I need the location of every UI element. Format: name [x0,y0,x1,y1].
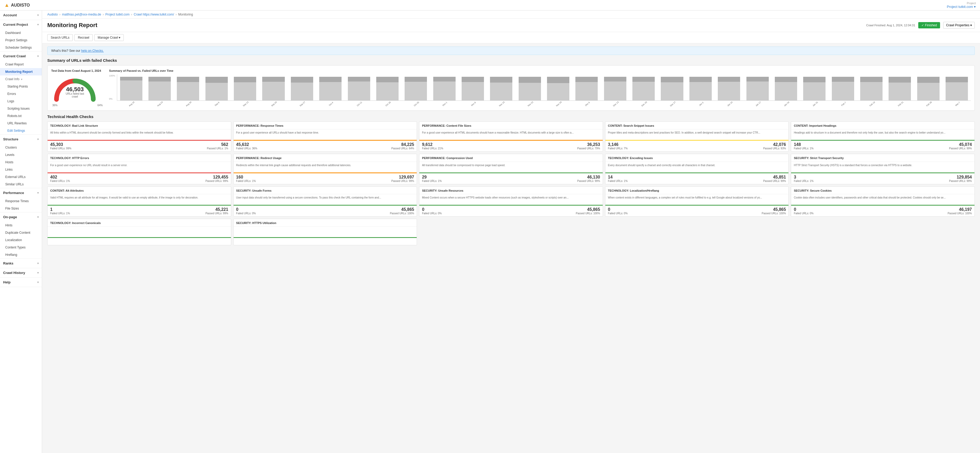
health-card-footer: 1 Failed URLs: 1% 45,221 Passed URLs: 99… [48,205,231,216]
sidebar-performance-header[interactable]: Performance ▾ [0,188,42,198]
health-card-title: SECURITY: Unsafe Resources [422,189,600,193]
health-stat-label-right: Passed URLs: 100% [762,212,786,215]
health-card[interactable]: CONTENT: Important Headings Headings add… [791,121,975,152]
sidebar-item-scheduler[interactable]: Scheduler Settings [0,44,42,51]
health-stat-left: 0 Failed URLs: 0% [236,207,256,215]
sidebar-item-scripting[interactable]: Scripting Issues [0,105,42,112]
search-urls-button[interactable]: Search URLs [47,34,73,41]
health-stat-num-right: 45,851 [763,175,786,180]
health-stat-right: 562 Passed URLs: 1% [207,142,228,150]
health-stat-label-left: Failed URLs: 1% [794,180,813,182]
sidebar-crawl-info-header[interactable]: Crawl Info ▾ [0,75,42,83]
health-card[interactable]: SECURITY: Secure Cookies Cookie data oft… [791,187,975,217]
chevron-icon: ▾ [37,55,39,57]
health-card-body: User input data should only be transferr… [234,194,417,205]
sidebar-item-project-settings[interactable]: Project Settings [0,37,42,44]
layout: Account ▾ Current Project ▾ Dashboard Pr… [0,11,980,453]
health-card[interactable]: PERFORMANCE: Content File Sizes For a go… [419,121,603,152]
health-stat-num-left: 14 [608,175,628,180]
bar-failed [490,77,512,83]
breadcrumb-sep: › [59,13,60,16]
health-card[interactable]: CONTENT: Search Snippet Issues Proper ti… [605,121,789,152]
health-card[interactable]: CONTENT: Alt Attributes Valid HTML requi… [47,187,231,217]
sidebar-account-header[interactable]: Account ▾ [0,11,42,20]
health-card[interactable]: PERFORMANCE: Redirect Usage Redirects wi… [233,154,417,184]
health-card[interactable]: PERFORMANCE: Response Times For a good u… [233,121,417,152]
health-card-footer: 3,146 Failed URLs: 7% 42,076 Passed URLs… [605,140,789,152]
sidebar-item-file-sizes[interactable]: File Sizes [0,205,42,212]
sidebar-item-hreflang[interactable]: Hreflang [0,251,42,258]
sidebar-item-content-types[interactable]: Content Types [0,244,42,251]
health-card-header: PERFORMANCE: Response Times [234,122,417,129]
health-card-title: TECHNOLOGY: Localization/Hreflang [608,189,786,193]
health-card-title: SECURITY: Unsafe Forms [236,189,414,193]
sidebar-item-logs[interactable]: Logs [0,97,42,105]
sidebar-item-edit-settings[interactable]: Edit Settings [0,127,42,134]
breadcrumb-project[interactable]: Project tutkit.com [105,13,129,16]
sidebar-item-links[interactable]: Links [0,166,42,173]
sidebar-item-similar-urls[interactable]: Similar URLs [0,180,42,188]
sidebar-item-external-urls[interactable]: External URLs [0,173,42,180]
health-card[interactable]: SECURITY: HTTPS Utilization [233,219,417,245]
health-stat-right: 45,221 Passed URLs: 99% [205,207,228,215]
health-stat-num-right: 36,253 [577,142,600,147]
health-card[interactable]: TECHNOLOGY: Incorrect Canonicals [47,219,231,245]
health-card-header: SECURITY: Unsafe Resources [419,187,603,194]
health-card-header: SECURITY: Unsafe Forms [234,187,417,194]
bar-failed [746,77,769,81]
health-card[interactable]: TECHNOLOGY: Encoding Issues Every docume… [605,154,789,184]
sidebar-structure-header[interactable]: Structure ▾ [0,135,42,144]
health-stat-right: 46,197 Passed URLs: 100% [948,207,972,215]
sidebar-help-header[interactable]: Help ▾ [0,278,42,287]
breadcrumb-user[interactable]: matthias.pet@xxx-media.de [62,13,101,16]
project-name[interactable]: Project tutkit.com [947,5,976,9]
health-stat-label-left: Failed URLs: 1% [794,147,813,150]
sidebar-performance-label: Performance [3,191,24,195]
health-card[interactable]: TECHNOLOGY: HTTP Errors For a good user … [47,154,231,184]
sidebar-history-header[interactable]: Crawl History ▾ [0,268,42,278]
health-card[interactable]: SECURITY: Unsafe Resources Mixed Content… [419,187,603,217]
info-bar-link[interactable]: help on Checks. [81,49,104,53]
sidebar-item-errors[interactable]: Errors [0,90,42,97]
breadcrumb: Audisto › matthias.pet@xxx-media.de › Pr… [42,11,980,19]
breadcrumb-crawl[interactable]: Crawl https://www.tutkit.com/ [134,13,174,16]
health-stat-label-left: Failed URLs: 99% [50,147,72,150]
project-selector[interactable]: Project Project tutkit.com [947,2,976,9]
sidebar-item-response-times[interactable]: Response Times [0,198,42,205]
health-stat-label-left: Failed URLs: 1% [50,180,70,182]
health-card[interactable]: SECURITY: Strict Transport Security HTTP… [791,154,975,184]
chevron-icon: ▾ [37,215,39,219]
sidebar-item-hints[interactable]: Hints [0,222,42,229]
sidebar-item-dashboard[interactable]: Dashboard [0,29,42,37]
sidebar-item-hosts[interactable]: Hosts [0,158,42,166]
sidebar-item-levels[interactable]: Levels [0,151,42,158]
finished-button[interactable]: ✓ Finished [918,22,940,29]
sidebar-item-crawl-report[interactable]: Crawl Report [0,61,42,68]
sidebar-crawl-header[interactable]: Current Crawl ▾ [0,51,42,61]
health-card-body: HTTP Strict Transport Security (HSTS) is… [791,162,974,172]
sidebar-item-localization[interactable]: Localization [0,236,42,244]
health-card[interactable]: TECHNOLOGY: Bad Link Structure All links… [47,121,231,152]
sidebar-item-url-rewrites[interactable]: URL Rewrites [0,120,42,127]
crawl-properties-button[interactable]: Crawl Properties [943,22,975,29]
sidebar-item-starting-points[interactable]: Starting Points [0,83,42,90]
health-stat-num-left: 3 [794,175,813,180]
health-card[interactable]: TECHNOLOGY: Localization/Hreflang When c… [605,187,789,217]
sidebar-item-duplicate[interactable]: Duplicate Content [0,229,42,236]
health-stat-num-right: 45,865 [576,207,600,212]
manage-crawl-button[interactable]: Manage Crawl [94,34,124,41]
sidebar-item-clusters[interactable]: Clusters [0,144,42,151]
sidebar-item-robots[interactable]: Robots.txt [0,112,42,120]
gauge-number: 46,503 [63,86,87,92]
breadcrumb-audisto[interactable]: Audisto [47,13,58,16]
recrawl-button[interactable]: Recrawl [74,34,92,41]
health-card-header: CONTENT: Important Headings [791,122,974,129]
health-stat-left: 402 Failed URLs: 1% [50,175,70,182]
sidebar-onpage-header[interactable]: On-page ▾ [0,212,42,222]
sidebar-ranks-header[interactable]: Ranks ▾ [0,259,42,268]
sidebar-item-monitoring-report[interactable]: Monitoring Report [0,68,42,75]
health-card[interactable]: PERFORMANCE: Compression Used All transf… [419,154,603,184]
page-title: Monitoring Report [47,22,97,29]
health-card[interactable]: SECURITY: Unsafe Forms User input data s… [233,187,417,217]
sidebar-project-header[interactable]: Current Project ▾ [0,20,42,29]
